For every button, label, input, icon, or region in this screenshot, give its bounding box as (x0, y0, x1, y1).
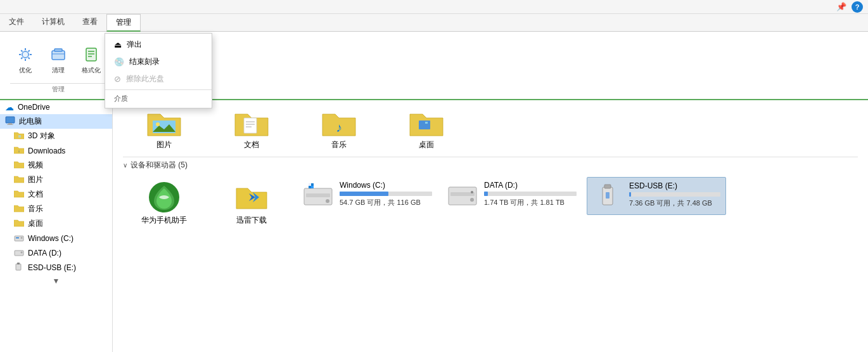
folder-3d-icon (14, 131, 24, 141)
docs-label: 文档 (244, 140, 259, 150)
ribbon-manage-group: 优化 清理 (5, 34, 112, 96)
chevron-down-icon[interactable]: ∨ (123, 162, 127, 169)
file-item-pictures[interactable]: 图片 (123, 104, 205, 154)
windows-drive-icon (303, 181, 333, 207)
drive-windows-c[interactable]: Windows (C:) 54.7 GB 可用，共 116 GB (298, 177, 437, 214)
sidebar-item-pictures[interactable]: 图片 (0, 173, 112, 187)
sidebar-item-thispc[interactable]: 此电脑 (0, 114, 112, 129)
pin-icon[interactable]: 📌 (836, 2, 846, 11)
dropdown-item-end-burn[interactable]: 💿 结束刻录 (105, 53, 212, 70)
svg-rect-5 (86, 48, 96, 61)
folder-pictures-icon (14, 174, 24, 185)
folder-video-icon (14, 160, 24, 171)
sidebar-datad-label: DATA (D:) (28, 249, 61, 257)
devices-grid: 华为手机助手 迅雷下载 (123, 177, 858, 230)
sidebar-esde-label: ESD-USB (E:) (28, 263, 76, 272)
devices-section-header: ∨ 设备和驱动器 (5) (123, 157, 858, 173)
window-body: ☁ OneDrive 此电脑 3D 对象 ↓ Downloads 视频 (0, 100, 868, 352)
clean-icon (48, 44, 68, 65)
folder-grid: 图片 文档 (123, 103, 858, 154)
svg-rect-23 (16, 264, 21, 270)
sidebar-videos-label: 视频 (28, 160, 43, 171)
optimize-button[interactable]: 优化 (10, 42, 41, 77)
file-item-music[interactable]: ♪ 音乐 (298, 104, 380, 154)
dropdown-item-eject[interactable]: ⏏ 弹出 (105, 36, 212, 53)
manage-group-label: 管理 (10, 83, 106, 94)
sidebar-scroll-down[interactable]: ▼ (0, 275, 112, 287)
music-label: 音乐 (331, 140, 347, 150)
sidebar-desktop-label: 桌面 (28, 218, 43, 229)
svg-rect-1 (22, 51, 29, 58)
svg-text:♪: ♪ (336, 121, 342, 134)
file-item-desktop[interactable]: 桌面 (385, 104, 468, 154)
svg-point-46 (471, 191, 473, 193)
onedrive-icon: ☁ (5, 102, 14, 112)
tab-computer[interactable]: 计算机 (33, 14, 73, 31)
data-d-bar-bg (484, 192, 577, 196)
svg-rect-24 (17, 263, 20, 264)
sidebar-item-windows-c[interactable]: Windows (C:) (0, 231, 112, 245)
svg-rect-2 (52, 51, 65, 60)
drive-data-d[interactable]: DATA (D:) 1.74 TB 可用，共 1.81 TB (442, 177, 582, 214)
svg-rect-49 (606, 192, 610, 199)
main-content: 图片 文档 (113, 100, 868, 352)
music-folder-icon: ♪ (321, 108, 357, 138)
optimize-label: 优化 (19, 66, 32, 75)
device-xunlei[interactable]: 迅雷下载 (210, 177, 293, 230)
drive-e-icon (14, 262, 24, 273)
format-icon (81, 44, 101, 65)
thispc-icon (5, 116, 15, 127)
svg-rect-13 (6, 117, 15, 123)
sidebar-item-data-d[interactable]: DATA (D:) (0, 245, 112, 260)
xunlei-icon (234, 181, 269, 214)
sidebar-docs-label: 文档 (28, 189, 43, 200)
svg-rect-40 (311, 183, 314, 186)
folder-download-icon: ↓ (14, 145, 24, 156)
svg-point-45 (470, 198, 474, 202)
svg-point-20 (21, 237, 23, 239)
svg-rect-33 (425, 122, 428, 124)
optimize-icon (15, 44, 35, 65)
sidebar-downloads-label: Downloads (28, 147, 65, 155)
sidebar-item-videos[interactable]: 视频 (0, 158, 112, 173)
svg-point-26 (156, 122, 160, 126)
tab-view[interactable]: 查看 (73, 14, 106, 31)
dropdown-section-label: 介质 (105, 92, 212, 105)
eject-icon: ⏏ (114, 40, 122, 49)
tab-file[interactable]: 文件 (0, 14, 33, 31)
sidebar-item-onedrive[interactable]: ☁ OneDrive (0, 100, 112, 114)
svg-rect-36 (306, 193, 330, 197)
device-huawei[interactable]: 华为手机助手 (123, 177, 205, 230)
sidebar-onedrive-label: OneDrive (18, 103, 50, 112)
folder-docs-icon (14, 189, 24, 200)
tab-manage[interactable]: 管理 (106, 14, 141, 32)
svg-rect-15 (7, 124, 13, 125)
sidebar-item-desktop[interactable]: 桌面 (0, 216, 112, 231)
usb-drive-icon (592, 182, 623, 207)
sidebar-item-docs[interactable]: 文档 (0, 187, 112, 202)
sidebar-item-esd-usb[interactable]: ESD-USB (E:) (0, 260, 112, 275)
esd-e-size: 7.36 GB 可用，共 7.48 GB (629, 199, 720, 208)
sidebar-item-downloads[interactable]: ↓ Downloads (0, 143, 112, 158)
svg-rect-3 (54, 49, 62, 51)
sidebar-pictures-label: 图片 (28, 174, 43, 185)
file-item-docs[interactable]: 文档 (210, 104, 293, 154)
ribbon-tabs: 文件 计算机 查看 管理 (0, 14, 868, 32)
svg-point-37 (326, 199, 329, 203)
sidebar-thispc-label: 此电脑 (19, 116, 42, 127)
data-d-bar-fill (484, 192, 488, 196)
drive-d-icon (14, 247, 24, 258)
burn-icon: 💿 (114, 57, 124, 67)
desktop-label: 桌面 (419, 140, 434, 150)
desktop-folder-icon (409, 108, 444, 138)
help-button[interactable]: ? (852, 1, 863, 13)
clean-button[interactable]: 清理 (43, 42, 73, 77)
sidebar-item-3d[interactable]: 3D 对象 (0, 129, 112, 143)
drive-esd-usb[interactable]: ESD-USB (E:) 7.36 GB 可用，共 7.48 GB (587, 177, 726, 215)
sidebar-item-music[interactable]: 音乐 (0, 202, 112, 216)
sidebar-music-label: 音乐 (28, 204, 43, 214)
windows-c-bar-bg (340, 192, 432, 196)
format-button[interactable]: 格式化 (76, 42, 106, 77)
pictures-label: 图片 (156, 140, 172, 150)
dropdown-item-erase[interactable]: ⊘ 擦除此光盘 (105, 70, 212, 88)
